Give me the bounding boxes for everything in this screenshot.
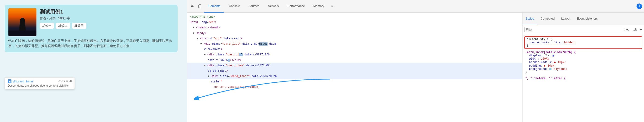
color-swatch — [549, 68, 552, 70]
dom-line: content-visibility: hidden; — [187, 84, 522, 90]
before-after-rule: *, *::before, *::after { — [522, 76, 644, 81]
more-tabs-icon[interactable]: » — [329, 4, 335, 9]
chat-count: 1 — [639, 5, 640, 8]
tab-console[interactable]: Console — [225, 0, 244, 12]
dom-line: ▼ <div id="app" data-v-app> — [187, 36, 522, 41]
tab-sources[interactable]: Sources — [245, 0, 263, 12]
element-tooltip: ▣ div.card_inner 653.2 × 20 Descendants … — [5, 77, 75, 89]
hov-button[interactable]: :hov — [623, 27, 630, 32]
card-top: 测试用例1 作者 · 分类 · 500万字 标签一 标签二 标签三 — [8, 8, 174, 36]
styles-filter-input[interactable] — [524, 27, 621, 32]
dom-line: ▶ <head>…</head> — [187, 25, 522, 30]
dom-panel[interactable]: <!DOCTYPE html> <html lang="en"> ▶ <head… — [187, 12, 522, 122]
webpage-preview: 测试用例1 作者 · 分类 · 500万字 标签一 标签二 标签三 忆在广陵初，… — [0, 0, 187, 122]
svg-point-1 — [200, 7, 200, 8]
dom-line: <!DOCTYPE html> — [187, 14, 522, 20]
card-image — [8, 8, 36, 36]
card: 测试用例1 作者 · 分类 · 500万字 标签一 标签二 标签三 忆在广陵初，… — [5, 5, 178, 52]
cursor-icon-btn[interactable] — [189, 3, 196, 9]
styles-filter-row: :hov .cls + — [522, 25, 644, 34]
card-title: 测试用例1 — [40, 8, 174, 15]
styles-content: element.style { content-visibility: hidd… — [522, 34, 644, 122]
tooltip-header: ▣ div.card_inner 653.2 × 20 — [8, 79, 72, 83]
tag-2: 标签二 — [56, 23, 70, 29]
card-content: 测试用例1 作者 · 分类 · 500万字 标签一 标签二 标签三 — [40, 8, 174, 29]
tab-styles[interactable]: Styles — [522, 12, 537, 25]
mobile-icon-btn[interactable] — [196, 3, 203, 9]
dom-line: v-7a7a37b1> — [187, 47, 522, 52]
styles-tabs-row: Styles Computed Layout Event Listeners — [522, 12, 644, 25]
border-radius-prop: border-radius: ▶ 10px; — [525, 61, 641, 64]
add-style-button[interactable]: + — [640, 27, 642, 32]
tab-computed[interactable]: Computed — [537, 12, 558, 25]
dom-line-selected: ta-8d756a6c> — [187, 68, 522, 74]
dom-line: ▼ <div class="card_list" data-v-8d756a6c… — [187, 41, 522, 47]
chat-icon: 1 — [636, 3, 642, 9]
card-inner-selector: .card_inner[data-v-5877d0fb] { — [525, 51, 641, 54]
tab-memory[interactable]: Memory — [310, 0, 328, 12]
tab-event-listeners[interactable]: Event Listeners — [574, 12, 601, 25]
dom-line: style=" — [187, 79, 522, 84]
before-after-selector: *, *::before, *::after { — [525, 77, 641, 80]
tooltip-size: 653.2 × 20 — [58, 80, 72, 83]
devtools-panel: Elements Console Sources Network Perform… — [187, 0, 644, 122]
card-tags: 标签一 标签二 标签三 — [40, 23, 174, 29]
dom-line-selected: ▼ <div class="card_item" data-v-5877d0fb — [187, 63, 522, 68]
tab-layout[interactable]: Layout — [558, 12, 574, 25]
element-style-close: } — [527, 44, 640, 48]
card-subtitle: 作者 · 分类 · 500万字 — [40, 16, 174, 20]
tooltip-icon: ▣ — [8, 79, 12, 83]
card-text: 忆在广陵初，移船问相识。君骑白马天上来，手把铜章好颜色。东风袅袅吹落花，下马遴予… — [8, 38, 174, 49]
tab-network[interactable]: Network — [264, 0, 283, 12]
tab-performance[interactable]: Performance — [284, 0, 308, 12]
devtools-topbar: Elements Console Sources Network Perform… — [187, 0, 644, 12]
element-style-property: content-visibility: hidden; — [527, 41, 640, 44]
element-style-block: element.style { content-visibility: hidd… — [524, 36, 642, 49]
tooltip-description: Descendants are skipped due to content-v… — [8, 84, 72, 87]
display-prop: display: flex ▦ — [525, 54, 641, 57]
card-inner-close: } — [525, 71, 641, 74]
dom-line: <html lang="en"> — [187, 20, 522, 25]
background-prop: background: skyblue; — [525, 67, 641, 71]
tooltip-element-name: div.card_inner — [13, 80, 34, 83]
tab-elements[interactable]: Elements — [204, 0, 224, 12]
dom-line: data-v-8d756…></div> — [187, 58, 522, 63]
dom-line: ▶ <div class="card_it…" data-v-5877d0fb — [187, 52, 522, 58]
dom-line-selected: ▼ <div class="card_inner" data-v-5877d0f… — [187, 74, 522, 79]
padding-prop: padding: ▶ 10px; — [525, 64, 641, 67]
tag-3: 标签三 — [72, 23, 86, 29]
dom-line: ▼ <body> — [187, 31, 522, 36]
styles-panel: Styles Computed Layout Event Listeners :… — [522, 12, 644, 122]
width-prop: width: 100%; — [525, 57, 641, 61]
tag-1: 标签一 — [40, 23, 54, 29]
element-style-selector: element.style { — [527, 38, 640, 41]
card-inner-rule: .card_inner[data-v-5877d0fb] { display: … — [522, 50, 644, 75]
cls-button[interactable]: .cls — [632, 27, 638, 32]
devtools-content: <!DOCTYPE html> <html lang="en"> ▶ <head… — [187, 12, 644, 122]
